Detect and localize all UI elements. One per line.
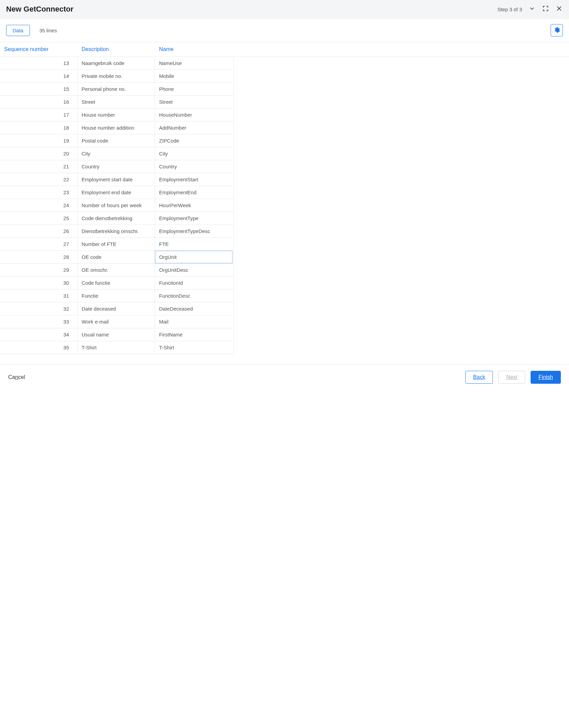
cell-name[interactable]: EmploymentType — [155, 212, 232, 225]
cell-name[interactable]: Country — [155, 160, 232, 173]
cancel-button[interactable]: Cancel — [8, 374, 25, 380]
cell-description[interactable]: Personal phone no. — [77, 83, 155, 95]
cell-description[interactable]: Number of hours per week — [77, 199, 155, 212]
table-row[interactable]: 31FunctieFunctionDesc — [0, 289, 234, 302]
cell-name[interactable]: OrgUnitDesc — [155, 264, 232, 276]
cell-sequence[interactable]: 24 — [0, 199, 77, 212]
cell-description[interactable]: Functie — [77, 289, 155, 302]
table-row[interactable]: 20CityCity — [0, 147, 234, 160]
cell-description[interactable]: City — [77, 147, 155, 160]
cell-description[interactable]: Usual name — [77, 328, 155, 341]
table-row[interactable]: 18House number additionAddNumber — [0, 121, 234, 134]
cell-description[interactable]: House number addition — [77, 121, 155, 134]
cell-name[interactable]: City — [155, 147, 232, 160]
table-row[interactable]: 29OE omschr.OrgUnitDesc — [0, 264, 234, 277]
finish-button[interactable]: Finish — [531, 371, 561, 384]
table-row[interactable]: 22Employment start dateEmploymentStart — [0, 173, 234, 186]
cell-description[interactable]: House number — [77, 109, 155, 121]
table-row[interactable]: 23Employment end dateEmploymentEnd — [0, 186, 234, 199]
cell-description[interactable]: Postal code — [77, 134, 155, 147]
cell-name[interactable]: FunctionId — [155, 277, 232, 289]
table-row[interactable]: 19Postal codeZIPCode — [0, 134, 234, 147]
cell-description[interactable]: Number of FTE — [77, 238, 155, 250]
cell-sequence[interactable]: 16 — [0, 96, 77, 108]
cell-name[interactable]: Mobile — [155, 70, 232, 82]
tab-data[interactable]: Data — [6, 25, 30, 36]
cell-sequence[interactable]: 33 — [0, 315, 77, 328]
cell-name[interactable]: AddNumber — [155, 121, 232, 134]
table-row[interactable]: 17House numberHouseNumber — [0, 109, 234, 121]
table-row[interactable]: 24Number of hours per weekHourPerWeek — [0, 199, 234, 212]
cell-description[interactable]: T-Shirt — [77, 341, 155, 354]
cell-sequence[interactable]: 15 — [0, 83, 77, 95]
table-row[interactable]: 33Work e-mailMail — [0, 315, 234, 328]
col-header-description[interactable]: Description — [77, 46, 155, 52]
cell-name[interactable]: HouseNumber — [155, 109, 232, 121]
cell-description[interactable]: Country — [77, 160, 155, 173]
cell-name[interactable]: NameUse — [155, 57, 232, 69]
cell-sequence[interactable]: 19 — [0, 134, 77, 147]
cell-sequence[interactable]: 35 — [0, 341, 77, 354]
cell-sequence[interactable]: 28 — [0, 251, 77, 263]
cell-name[interactable]: OrgUnit — [155, 251, 232, 263]
cell-name[interactable]: FunctionDesc — [155, 289, 232, 302]
collapse-button[interactable] — [528, 5, 536, 13]
cell-description[interactable]: Work e-mail — [77, 315, 155, 328]
table-row[interactable]: 16StreetStreet — [0, 96, 234, 109]
cell-description[interactable]: Dienstbetrekking omschr. — [77, 225, 155, 237]
col-header-sequence[interactable]: Sequence number — [0, 46, 77, 52]
cell-description[interactable]: OE omschr. — [77, 264, 155, 276]
cell-sequence[interactable]: 21 — [0, 160, 77, 173]
cell-name[interactable]: Phone — [155, 83, 232, 95]
table-row[interactable]: 26Dienstbetrekking omschr.EmploymentType… — [0, 225, 234, 238]
cell-description[interactable]: Employment end date — [77, 186, 155, 199]
table-row[interactable]: 35T-ShirtT-Shirt — [0, 341, 234, 354]
cell-name[interactable]: FTE — [155, 238, 232, 250]
cell-sequence[interactable]: 17 — [0, 109, 77, 121]
cell-name[interactable]: Mail — [155, 315, 232, 328]
cell-sequence[interactable]: 20 — [0, 147, 77, 160]
cell-name[interactable]: ZIPCode — [155, 134, 232, 147]
cell-sequence[interactable]: 26 — [0, 225, 77, 237]
cell-name[interactable]: FirstName — [155, 328, 232, 341]
cell-sequence[interactable]: 13 — [0, 57, 77, 69]
cell-sequence[interactable]: 18 — [0, 121, 77, 134]
cell-name[interactable]: DateDeceased — [155, 302, 232, 315]
table-row[interactable]: 32Date deceasedDateDeceased — [0, 302, 234, 315]
cell-sequence[interactable]: 14 — [0, 70, 77, 82]
table-row[interactable]: 15Personal phone no.Phone — [0, 83, 234, 96]
cell-name[interactable]: EmploymentEnd — [155, 186, 232, 199]
cell-name[interactable]: EmploymentStart — [155, 173, 232, 186]
cell-sequence[interactable]: 32 — [0, 302, 77, 315]
table-row[interactable]: 28OE codeOrgUnit — [0, 251, 234, 264]
table-row[interactable]: 34Usual nameFirstName — [0, 328, 234, 341]
cell-description[interactable]: Code functie — [77, 277, 155, 289]
cell-description[interactable]: Employment start date — [77, 173, 155, 186]
cell-sequence[interactable]: 34 — [0, 328, 77, 341]
table-row[interactable]: 21CountryCountry — [0, 160, 234, 173]
cell-name[interactable]: T-Shirt — [155, 341, 232, 354]
cell-name[interactable]: HourPerWeek — [155, 199, 232, 212]
table-row[interactable]: 30Code functieFunctionId — [0, 277, 234, 289]
cell-sequence[interactable]: 27 — [0, 238, 77, 250]
cell-sequence[interactable]: 25 — [0, 212, 77, 225]
cell-description[interactable]: Date deceased — [77, 302, 155, 315]
cell-sequence[interactable]: 22 — [0, 173, 77, 186]
cell-name[interactable]: Street — [155, 96, 232, 108]
col-header-name[interactable]: Name — [155, 46, 232, 52]
cell-sequence[interactable]: 30 — [0, 277, 77, 289]
close-button[interactable] — [555, 5, 563, 13]
cell-description[interactable]: Private mobile no. — [77, 70, 155, 82]
cell-name[interactable]: EmploymentTypeDesc — [155, 225, 232, 237]
table-row[interactable]: 13Naamgebruik codeNameUse — [0, 57, 234, 70]
cell-description[interactable]: OE code — [77, 251, 155, 263]
table-row[interactable]: 25Code dienstbetrekkingEmploymentType — [0, 212, 234, 225]
settings-button[interactable] — [551, 24, 563, 36]
table-row[interactable]: 27Number of FTEFTE — [0, 238, 234, 251]
cell-sequence[interactable]: 23 — [0, 186, 77, 199]
back-button[interactable]: Back — [465, 371, 493, 384]
table-row[interactable]: 14Private mobile no.Mobile — [0, 70, 234, 83]
cell-description[interactable]: Street — [77, 96, 155, 108]
cell-description[interactable]: Naamgebruik code — [77, 57, 155, 69]
cell-description[interactable]: Code dienstbetrekking — [77, 212, 155, 225]
